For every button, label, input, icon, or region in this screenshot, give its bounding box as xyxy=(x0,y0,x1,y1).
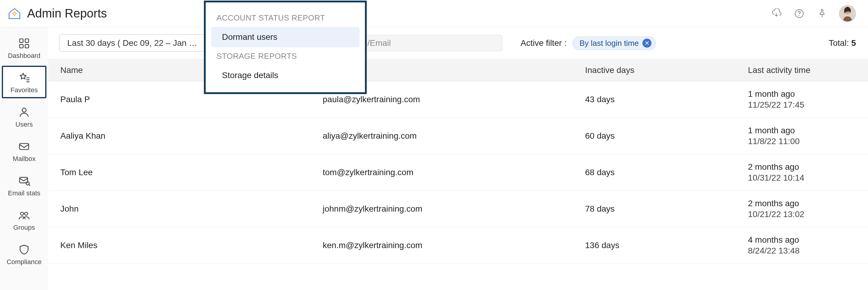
svg-rect-5 xyxy=(20,39,23,42)
sidebar-label: Compliance xyxy=(7,258,42,266)
cell-inactive: 136 days xyxy=(585,240,748,250)
col-header-activity[interactable]: Last activity time xyxy=(748,65,856,75)
activity-relative: 2 months ago xyxy=(748,199,856,208)
help-icon[interactable] xyxy=(793,7,805,20)
activity-absolute: 8/24/22 13:48 xyxy=(748,246,856,256)
cell-activity: 4 months ago 8/24/22 13:48 xyxy=(748,235,856,256)
activity-absolute: 10/21/22 13:02 xyxy=(748,210,856,219)
users-table: Name Email Inactive days Last activity t… xyxy=(48,59,868,290)
svg-rect-6 xyxy=(25,39,29,42)
cell-email: ken.m@zylkertraining.com xyxy=(323,240,585,250)
date-range-selector[interactable]: Last 30 days ( Dec 09, 22 – Jan 07, 23 ) xyxy=(59,34,210,52)
activity-absolute: 10/31/22 10:14 xyxy=(748,173,856,183)
pin-icon[interactable] xyxy=(816,7,828,20)
total-value: 5 xyxy=(851,38,856,47)
activity-relative: 2 months ago xyxy=(748,162,856,172)
sidebar-label: Groups xyxy=(13,224,35,231)
cell-inactive: 43 days xyxy=(585,95,748,104)
active-filter-label: Active filter : xyxy=(521,38,566,48)
dropdown-group-header: ACCOUNT STATUS REPORT xyxy=(206,10,365,26)
dropdown-item-storage-details[interactable]: Storage details xyxy=(211,65,360,86)
sidebar-label: Email stats xyxy=(8,189,40,197)
sidebar-item-compliance[interactable]: Compliance xyxy=(2,237,46,270)
sidebar-item-users[interactable]: Users xyxy=(2,100,46,133)
report-dropdown: ACCOUNT STATUS REPORT Dormant users STOR… xyxy=(204,1,367,94)
cell-activity: 2 months ago 10/21/22 13:02 xyxy=(748,199,856,219)
cell-activity: 1 month ago 11/8/22 11:00 xyxy=(748,126,856,146)
sidebar-label: Favorites xyxy=(10,86,38,94)
svg-rect-10 xyxy=(20,143,29,150)
svg-rect-7 xyxy=(20,44,23,48)
users-icon xyxy=(18,105,31,119)
brand-title: Admin Reports xyxy=(27,7,107,20)
activity-absolute: 11/25/22 17:45 xyxy=(748,100,856,110)
table-row[interactable]: Aaliya Khan aliya@zylkertraining.com 60 … xyxy=(48,118,868,154)
table-row[interactable]: Ken Miles ken.m@zylkertraining.com 136 d… xyxy=(48,227,868,264)
sidebar-item-dashboard[interactable]: Dashboard xyxy=(2,31,46,64)
svg-point-2 xyxy=(799,15,800,16)
app-logo-icon xyxy=(6,5,23,22)
cell-inactive: 68 days xyxy=(585,168,748,177)
svg-point-9 xyxy=(22,108,26,112)
cell-activity: 1 month ago 11/25/22 17:45 xyxy=(748,89,856,110)
svg-point-14 xyxy=(25,212,28,215)
cell-email: tom@zylkertraining.com xyxy=(323,168,585,177)
sidebar-item-groups[interactable]: Groups xyxy=(2,203,46,236)
cell-email: paula@zylkertraining.com xyxy=(323,95,585,104)
activity-absolute: 11/8/22 11:00 xyxy=(748,136,856,146)
favorites-icon xyxy=(18,71,31,85)
cell-name: Tom Lee xyxy=(60,168,323,177)
total-count: Total: 5 xyxy=(829,38,856,48)
user-avatar[interactable] xyxy=(839,5,856,22)
dashboard-icon xyxy=(18,37,31,50)
download-icon[interactable] xyxy=(770,7,782,20)
filter-chip-remove-icon[interactable]: ✕ xyxy=(642,39,651,47)
col-header-inactive[interactable]: Inactive days xyxy=(585,65,748,75)
table-row[interactable]: Paula P paula@zylkertraining.com 43 days… xyxy=(48,82,868,118)
sidebar: Dashboard Favorites Users Mailbox xyxy=(0,27,48,290)
svg-point-0 xyxy=(13,12,16,15)
activity-relative: 4 months ago xyxy=(748,235,856,245)
dropdown-item-dormant-users[interactable]: Dormant users xyxy=(211,27,360,47)
filter-chip[interactable]: By last login time ✕ xyxy=(572,36,656,50)
table-row[interactable]: John johnm@zylkertraining.com 78 days 2 … xyxy=(48,191,868,227)
cell-inactive: 60 days xyxy=(585,131,748,141)
activity-relative: 1 month ago xyxy=(748,89,856,99)
sidebar-item-email-stats[interactable]: Email stats xyxy=(2,169,46,201)
sidebar-item-favorites[interactable]: Favorites xyxy=(2,66,46,98)
sidebar-item-mailbox[interactable]: Mailbox xyxy=(2,134,46,167)
activity-relative: 1 month ago xyxy=(748,126,856,135)
svg-rect-8 xyxy=(25,44,29,48)
table-row[interactable]: Tom Lee tom@zylkertraining.com 68 days 2… xyxy=(48,154,868,191)
cell-name: John xyxy=(60,204,323,214)
email-stats-icon xyxy=(18,174,31,188)
svg-point-13 xyxy=(21,212,24,215)
dropdown-group-header: STORAGE REPORTS xyxy=(206,49,365,64)
sidebar-label: Dashboard xyxy=(8,52,40,60)
cell-name: Aaliya Khan xyxy=(60,131,323,141)
cell-email: aliya@zylkertraining.com xyxy=(323,131,585,141)
cell-name: Ken Miles xyxy=(60,240,323,250)
table-header: Name Email Inactive days Last activity t… xyxy=(48,59,868,82)
cell-name: Paula P xyxy=(60,95,323,104)
total-label: Total: xyxy=(829,38,849,47)
groups-icon xyxy=(18,208,31,222)
cell-activity: 2 months ago 10/31/22 10:14 xyxy=(748,162,856,183)
compliance-icon xyxy=(18,243,31,256)
brand: Admin Reports xyxy=(6,5,193,22)
sidebar-label: Mailbox xyxy=(13,155,36,163)
cell-inactive: 78 days xyxy=(585,204,748,214)
cell-email: johnm@zylkertraining.com xyxy=(323,204,585,214)
sidebar-label: Users xyxy=(16,121,33,128)
mailbox-icon xyxy=(18,140,31,153)
filter-chip-label: By last login time xyxy=(579,39,639,48)
